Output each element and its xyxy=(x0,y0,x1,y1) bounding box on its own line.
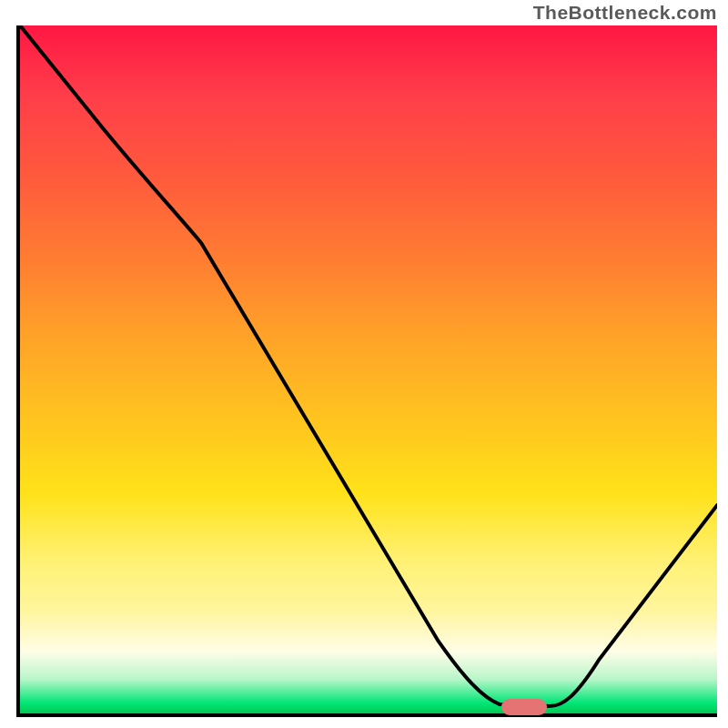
optimal-range-marker xyxy=(501,699,547,715)
watermark-text: TheBottleneck.com xyxy=(533,2,717,24)
bottleneck-curve-path xyxy=(20,25,717,706)
chart-plot-area xyxy=(16,25,717,717)
bottleneck-curve-svg xyxy=(20,25,717,713)
